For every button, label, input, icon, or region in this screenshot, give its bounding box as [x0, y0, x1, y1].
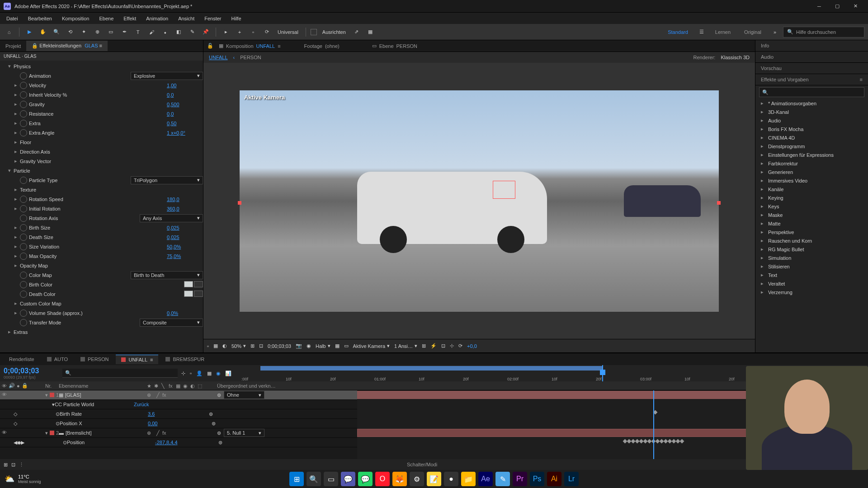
- workspace-overflow-icon[interactable]: »: [769, 27, 780, 38]
- renderer-value[interactable]: Klassisch 3D: [721, 55, 750, 60]
- resolution-icon[interactable]: ⊞: [250, 343, 255, 349]
- group-particle[interactable]: Particle: [14, 168, 203, 174]
- help-search[interactable]: 🔍 Hilfe durchsuchen: [783, 27, 864, 38]
- twirl-icon[interactable]: ▸: [761, 238, 765, 244]
- parent-dropdown[interactable]: 5. Null 1▾: [224, 429, 264, 437]
- eyedropper-icon[interactable]: [194, 291, 203, 297]
- stopwatch-icon[interactable]: [20, 215, 27, 222]
- grid-icon[interactable]: ▦: [213, 343, 218, 349]
- twirl-icon[interactable]: ▸: [14, 139, 20, 145]
- twirl-icon[interactable]: ▸: [14, 130, 20, 136]
- world-axis-icon[interactable]: +: [234, 27, 245, 38]
- breadcrumb-unfall[interactable]: UNFALL: [209, 55, 228, 60]
- effect-category[interactable]: ▸Veraltet: [755, 279, 868, 288]
- menu-ebene[interactable]: Ebene: [94, 14, 118, 23]
- twirl-icon[interactable]: ▸: [761, 178, 765, 183]
- graph-editor-icon[interactable]: 📊: [225, 371, 231, 376]
- death-color-swatch[interactable]: [184, 291, 193, 297]
- tracker-box[interactable]: [493, 181, 515, 199]
- reset-link[interactable]: Zurück: [134, 402, 149, 407]
- position-value[interactable]: -287,8,4,4: [155, 440, 178, 445]
- flowchart-icon[interactable]: ⊹: [450, 343, 454, 349]
- zoom-tool[interactable]: 🔍: [51, 27, 62, 38]
- inherit-velocity-value[interactable]: 0,0: [167, 92, 203, 98]
- twirl-icon[interactable]: ▸: [761, 272, 765, 278]
- illustrator-icon[interactable]: Ai: [547, 472, 561, 486]
- group-physics[interactable]: Physics: [14, 64, 203, 69]
- twirl-icon[interactable]: ▸: [14, 158, 20, 164]
- extra-value[interactable]: 0,50: [167, 121, 203, 126]
- twirl-icon[interactable]: ▸: [14, 225, 20, 230]
- teams-icon[interactable]: 💬: [341, 472, 355, 486]
- stopwatch-icon[interactable]: [20, 281, 27, 288]
- resistance-value[interactable]: 0,0: [167, 111, 203, 117]
- stopwatch-icon[interactable]: [20, 243, 27, 250]
- panel-menu-icon[interactable]: ≡: [99, 43, 102, 48]
- eraser-tool[interactable]: ◧: [173, 27, 184, 38]
- motion-blur-icon[interactable]: ◉: [216, 371, 221, 376]
- tab-auto[interactable]: AUTO: [42, 355, 73, 364]
- tab-ebene[interactable]: ▭ Ebene PERSON: [372, 43, 417, 49]
- prop-direction-axis[interactable]: Direction Axis: [20, 149, 203, 155]
- twirl-icon[interactable]: ▸: [761, 186, 765, 192]
- twirl-icon[interactable]: ▸: [761, 263, 765, 269]
- firefox-icon[interactable]: 🦊: [392, 472, 407, 486]
- twirl-icon[interactable]: ▸: [14, 263, 20, 268]
- stopwatch-icon[interactable]: ⊙: [56, 411, 60, 417]
- layer-row-bremslicht[interactable]: 👁 ▾2 ▬[Bremslicht] ⊕╱fx ⊚5. Null 1▾: [0, 428, 357, 438]
- effect-category[interactable]: ▸RG Magic Bullet: [755, 245, 868, 253]
- taskview-icon[interactable]: ▭: [324, 472, 338, 486]
- twirl-icon[interactable]: ▾: [45, 392, 48, 398]
- stamp-tool[interactable]: ⬥: [160, 27, 170, 38]
- twirl-icon[interactable]: ▸: [14, 206, 20, 211]
- tab-bremsspur[interactable]: BREMSSPUR: [160, 355, 210, 364]
- stopwatch-icon[interactable]: [20, 82, 27, 89]
- stopwatch-icon[interactable]: [20, 272, 27, 279]
- menu-fenster[interactable]: Fenster: [200, 14, 226, 23]
- close-button[interactable]: ✕: [846, 0, 864, 13]
- roi-icon[interactable]: ⊡: [259, 343, 263, 349]
- view-axis-icon[interactable]: ▫: [248, 27, 259, 38]
- breadcrumb-person[interactable]: PERSON: [240, 55, 261, 60]
- twirl-icon[interactable]: ▸: [761, 203, 765, 209]
- velocity-value[interactable]: 1,00: [167, 83, 203, 88]
- twirl-icon[interactable]: ▸: [761, 289, 765, 295]
- effect-category[interactable]: ▸Keys: [755, 202, 868, 211]
- gravity-value[interactable]: 0,500: [167, 102, 203, 107]
- current-time-indicator[interactable]: [602, 365, 603, 381]
- hand-tool[interactable]: ✋: [38, 27, 48, 38]
- effect-category[interactable]: ▸CINEMA 4D: [755, 133, 868, 142]
- death-size-value[interactable]: 0,025: [167, 235, 203, 240]
- rotation-speed-value[interactable]: 180,0: [167, 197, 203, 202]
- obs-icon[interactable]: ●: [444, 472, 458, 486]
- twirl-icon[interactable]: ▾: [8, 168, 14, 174]
- composition-viewer[interactable]: Aktive Kamera: [203, 63, 755, 339]
- effect-category[interactable]: ▸Maske: [755, 211, 868, 219]
- prop-row-position[interactable]: ◀◆▶ ⊙ Position -287,8,4,4 ⊚: [0, 438, 357, 447]
- panel-info[interactable]: Info: [755, 40, 868, 52]
- timeline-search[interactable]: 🔍: [62, 369, 178, 378]
- pixel-aspect-icon[interactable]: ⊞: [422, 343, 426, 349]
- stopwatch-icon[interactable]: [20, 224, 27, 231]
- puppet-tool[interactable]: 📌: [200, 27, 211, 38]
- twirl-icon[interactable]: ▸: [761, 281, 765, 286]
- cycle-icon[interactable]: ⟳: [261, 27, 272, 38]
- effect-category[interactable]: ▸Dienstprogramm: [755, 142, 868, 150]
- chevron-left-icon[interactable]: ‹: [233, 55, 235, 60]
- menu-hilfe[interactable]: Hilfe: [227, 14, 246, 23]
- stopwatch-icon[interactable]: [20, 291, 27, 298]
- photoshop-icon[interactable]: Ps: [530, 472, 544, 486]
- anchor-tool[interactable]: ⊕: [92, 27, 103, 38]
- timeline-timecode[interactable]: 0;00;03;03: [4, 367, 55, 375]
- stopwatch-icon[interactable]: [20, 91, 27, 99]
- app-icon-2[interactable]: 📝: [427, 472, 441, 486]
- selection-handle[interactable]: [717, 201, 721, 205]
- zoom-dropdown[interactable]: 50% ▾: [231, 343, 246, 349]
- solo-column-icon[interactable]: ●: [17, 383, 20, 389]
- roto-tool[interactable]: ✎: [187, 27, 198, 38]
- snap-grid-icon[interactable]: ▦: [365, 27, 376, 38]
- twirl-icon[interactable]: ▸: [14, 234, 20, 240]
- views-dropdown[interactable]: 1 Ansi… ▾: [394, 343, 417, 349]
- stopwatch-icon[interactable]: [20, 319, 27, 326]
- prop-row-position-x[interactable]: ◇ ⊙ Position X 0,00 ⊚: [0, 419, 357, 428]
